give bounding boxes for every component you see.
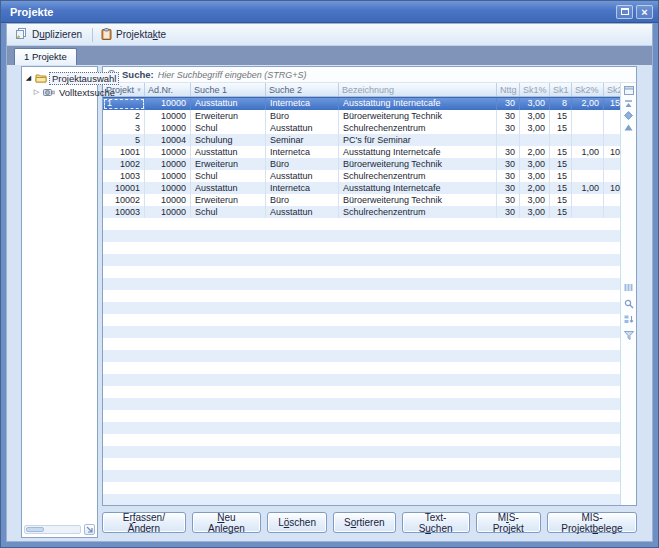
column-header-label: Suche 1 (194, 85, 227, 95)
cell-sk2- (572, 158, 604, 170)
cell-nttg: 30 (497, 194, 520, 206)
cell-nttg: 30 (497, 122, 520, 134)
empty-row (103, 482, 620, 494)
column-header-sk2-[interactable]: Sk2% (572, 83, 604, 96)
collapse-arrow-icon[interactable]: ◢ (24, 74, 33, 82)
search-icon[interactable] (623, 298, 635, 309)
column-header-ad-nr-[interactable]: Ad.Nr. (145, 83, 191, 96)
toolbar-button-duplizieren[interactable]: Duplizieren (11, 27, 88, 43)
grid-layout-icon[interactable] (624, 83, 634, 97)
main-column: Suche: Projekt▼Ad.Nr.Suche 1Suche 2Bezei… (102, 66, 637, 541)
cell-sk1: 15 (550, 146, 572, 158)
button-text-suchen[interactable]: Text-Suchen (402, 512, 470, 533)
sidebar-column: ◢Projektauswahl▷Volltextsuche (21, 66, 98, 541)
cell-sk2- (572, 110, 604, 122)
table-row[interactable]: 1000210000ErweiterunBüroBüroerweiterung … (103, 194, 620, 206)
table-row[interactable]: 510004SchulungSeminarPC's für Seminar (103, 134, 620, 146)
columns-icon[interactable] (623, 282, 635, 293)
sort-values-icon[interactable] (623, 314, 635, 325)
cell-sk1: 15 (550, 158, 572, 170)
table-row[interactable]: 100210000ErweiterunBüroBüroerweiterung T… (103, 158, 620, 170)
cell-sk1-: 3,00 (520, 158, 550, 170)
cell-suche-2: Büro (266, 110, 339, 122)
column-header-suche-1[interactable]: Suche 1 (191, 83, 266, 96)
empty-row (103, 266, 620, 278)
scroll-center-icon[interactable] (623, 110, 635, 121)
cell-suche-2: Ausstattun (266, 170, 339, 182)
table-row[interactable]: 110000AusstattunInternetcaAusstattung In… (103, 97, 620, 110)
table-row[interactable]: 310000SchulAusstattunSchulrechenzentrum3… (103, 122, 620, 134)
table-row[interactable]: 1000110000AusstattunInternetcaAusstattun… (103, 182, 620, 194)
restore-window-button[interactable] (616, 5, 633, 19)
column-header-sk2[interactable]: Sk2 (604, 83, 620, 96)
column-header-sk1-[interactable]: Sk1% (520, 83, 550, 96)
column-header-label: Sk2% (575, 85, 599, 95)
fulltext-icon[interactable] (43, 87, 55, 98)
cell-sk1: 15 (550, 110, 572, 122)
empty-row (103, 302, 620, 314)
expand-arrow-icon[interactable]: ▷ (32, 88, 41, 96)
empty-row (103, 314, 620, 326)
column-header-suche-2[interactable]: Suche 2 (266, 83, 339, 96)
empty-row (103, 434, 620, 446)
table-row[interactable]: 210000ErweiterunBüroBüroerweiterung Tech… (103, 110, 620, 122)
toolbar-separator (92, 28, 93, 42)
column-header-sk1[interactable]: Sk1 (550, 83, 572, 96)
cell-suche-1: Schul (191, 170, 266, 182)
cell-bezeichnung: Ausstattung Internetcafe (339, 146, 497, 158)
table-row[interactable]: 1000310000SchulAusstattunSchulrechenzent… (103, 206, 620, 218)
cell-bezeichnung: Schulrechenzentrum (339, 206, 497, 218)
scrollbar-thumb[interactable] (26, 527, 44, 532)
cell-sk1-: 3,00 (520, 206, 550, 218)
cell-sk2-: 2,00 (572, 98, 604, 110)
column-header-bezeichnung[interactable]: Bezeichnung (339, 83, 497, 96)
table-row[interactable]: 100310000SchulAusstattunSchulrechenzentr… (103, 170, 620, 182)
button-neu-anlegen[interactable]: Neu Anlegen (192, 512, 261, 533)
cell-suche-1: Schul (191, 122, 266, 134)
cell-suche-1: Schulung (191, 134, 266, 146)
tree-horizontal-scrollbar[interactable] (24, 525, 81, 534)
button-label: Löschen (278, 517, 316, 528)
scroll-up-icon[interactable] (623, 122, 635, 133)
column-header-nttg[interactable]: Nttg (497, 83, 520, 96)
search-label: Suche: (122, 69, 154, 80)
cell-sk2- (572, 122, 604, 134)
toolbar-button-projektakte[interactable]: Projektakte (97, 27, 172, 43)
cell-nttg: 30 (497, 206, 520, 218)
empty-row (103, 446, 620, 458)
search-input[interactable] (158, 70, 632, 80)
content-area: ◢Projektauswahl▷Volltextsuche Suche: (7, 65, 652, 541)
column-header-label: Bezeichnung (342, 85, 394, 95)
button-loeschen[interactable]: Löschen (267, 512, 327, 533)
empty-row (103, 458, 620, 470)
button-sortieren[interactable]: Sortieren (333, 512, 396, 533)
cell-suche-1: Erweiterun (191, 110, 266, 122)
tab-projekte[interactable]: 1 Projekte (14, 48, 77, 65)
cell-nttg: 30 (497, 98, 520, 110)
scroll-top-icon[interactable] (623, 98, 635, 109)
button-mis-projektbelege[interactable]: MIS-Projektbelege (547, 512, 637, 533)
table-row[interactable]: 100110000AusstattunInternetcaAusstattung… (103, 146, 620, 158)
cell-suche-1: Schul (191, 206, 266, 218)
cell-sk1-: 3,00 (520, 110, 550, 122)
cell-suche-1: Ausstattun (191, 98, 266, 110)
button-mis-projekt[interactable]: MIS-Projekt (476, 512, 541, 533)
close-window-button[interactable]: × (636, 5, 653, 19)
column-header-label: Suche 2 (269, 85, 302, 95)
cell-bezeichnung: Büroerweiterung Technik (339, 194, 497, 206)
filter-icon[interactable] (623, 330, 635, 341)
sort-desc-icon: ▼ (134, 87, 142, 93)
button-erfassen-aendern[interactable]: Erfassen/Ändern (102, 512, 186, 533)
folder-icon[interactable] (35, 73, 47, 84)
empty-row (103, 290, 620, 302)
cell-bezeichnung: Büroerweiterung Technik (339, 110, 497, 122)
sidebar-item-projektauswahl[interactable]: ◢Projektauswahl (24, 71, 95, 85)
panel-corner-button[interactable] (84, 524, 95, 535)
sidebar-item-volltextsuche[interactable]: ▷Volltextsuche (24, 85, 95, 99)
cell-sk1-: 3,00 (520, 194, 550, 206)
cell-sk2 (604, 194, 620, 206)
toolbar: DuplizierenProjektakte (7, 24, 652, 46)
cell-suche-2: Ausstattun (266, 122, 339, 134)
cell-sk2- (572, 134, 604, 146)
cell-suche-2: Internetca (266, 182, 339, 194)
